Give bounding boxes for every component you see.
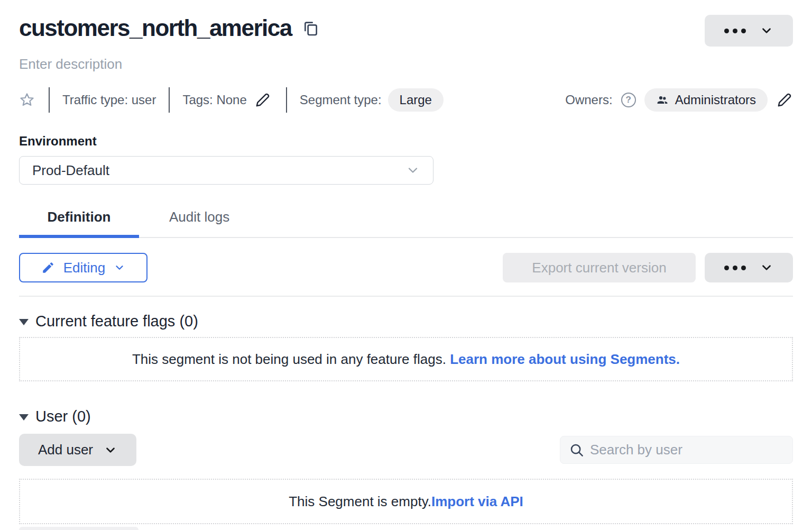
environment-select[interactable]: Prod-Default xyxy=(19,156,433,185)
ellipsis-icon xyxy=(724,29,746,33)
chevron-down-icon xyxy=(405,163,420,178)
description-field[interactable]: Enter description xyxy=(19,56,793,72)
page-title: customers_north_america xyxy=(19,15,292,42)
feature-flags-empty-text: This segment is not being used in any fe… xyxy=(132,351,680,368)
chevron-down-icon xyxy=(760,261,773,275)
pencil-filled-icon xyxy=(41,261,55,275)
favorite-star-icon[interactable] xyxy=(19,92,35,108)
chevron-down-icon xyxy=(114,262,125,273)
more-actions-button[interactable] xyxy=(705,15,793,47)
chevron-down-icon xyxy=(104,443,117,457)
user-section-title: User (0) xyxy=(35,408,91,425)
segment-type-badge: Large xyxy=(388,88,444,112)
owners-label: Owners: xyxy=(565,93,612,107)
add-user-label: Add user xyxy=(38,442,93,458)
traffic-type-label: Traffic type: user xyxy=(62,93,156,107)
cut-off-element xyxy=(19,527,139,530)
tab-audit-logs[interactable]: Audit logs xyxy=(169,209,229,237)
edit-tags-pencil-icon[interactable] xyxy=(254,92,271,108)
chevron-down-icon xyxy=(760,24,773,38)
editing-state-label: Editing xyxy=(63,260,106,276)
export-current-version-button[interactable]: Export current version xyxy=(503,253,696,282)
tab-definition[interactable]: Definition xyxy=(19,209,139,237)
feature-flags-section-title: Current feature flags (0) xyxy=(35,313,198,330)
edit-owners-pencil-icon[interactable] xyxy=(776,92,793,108)
search-by-user-input[interactable] xyxy=(590,442,784,458)
active-tab-underline xyxy=(19,235,139,238)
user-empty-state: This Segment is empty.Import via API xyxy=(19,479,793,524)
user-search-box xyxy=(560,436,793,464)
title-row: customers_north_america xyxy=(19,15,793,47)
user-controls-row: Add user xyxy=(19,434,793,466)
editing-state-button[interactable]: Editing xyxy=(19,253,147,282)
segment-detail-page: customers_north_america Enter descriptio… xyxy=(0,0,812,530)
feature-flags-section-toggle[interactable]: Current feature flags (0) xyxy=(19,313,793,330)
definition-more-button[interactable] xyxy=(705,253,793,282)
learn-more-link[interactable]: Learn more about using Segments. xyxy=(450,351,680,367)
environment-label: Environment xyxy=(19,134,793,149)
user-empty-text: This Segment is empty.Import via API xyxy=(289,494,523,510)
divider xyxy=(286,87,287,113)
owners-badge: Administrators xyxy=(644,88,768,112)
ellipsis-icon xyxy=(724,266,746,270)
owners-value: Administrators xyxy=(675,93,756,107)
owners-help-icon[interactable]: ? xyxy=(621,93,636,107)
divider xyxy=(49,87,50,113)
user-section-toggle[interactable]: User (0) xyxy=(19,408,793,425)
collapse-triangle-icon xyxy=(19,319,29,325)
meta-row: Traffic type: user Tags: None Segment ty… xyxy=(19,87,793,113)
owners-group: Owners: ? Administrators xyxy=(565,88,793,112)
tab-bar: Definition Audit logs xyxy=(19,209,793,238)
collapse-triangle-icon xyxy=(19,414,29,421)
tags-label: Tags: None xyxy=(182,93,246,107)
segment-type-label: Segment type: xyxy=(300,93,382,107)
definition-toolbar: Editing Export current version xyxy=(19,253,793,282)
import-via-api-link[interactable]: Import via API xyxy=(431,494,523,509)
divider xyxy=(19,296,793,297)
environment-selected-value: Prod-Default xyxy=(32,162,405,179)
toolbar-right-group: Export current version xyxy=(503,253,793,282)
add-user-button[interactable]: Add user xyxy=(19,434,136,466)
title-group: customers_north_america xyxy=(19,15,319,42)
search-icon xyxy=(569,442,585,458)
copy-icon[interactable] xyxy=(302,20,319,40)
divider xyxy=(169,87,170,113)
feature-flags-empty-state: This segment is not being used in any fe… xyxy=(19,337,793,381)
people-icon xyxy=(656,94,669,106)
